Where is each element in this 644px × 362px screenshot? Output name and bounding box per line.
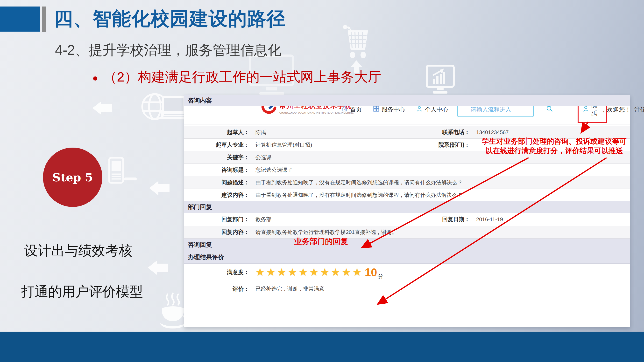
field-label: 咨询标题： xyxy=(184,164,252,176)
annotation-note-line1: 学生对业务部门处理的咨询、投诉或建议等可 xyxy=(479,137,629,146)
slide-subtitle: 4-2、提升学校治理，服务管理信息化 xyxy=(55,41,281,60)
field-label: 院系(部门)： xyxy=(408,139,473,151)
caption-line-1: 设计出与绩效考核 xyxy=(24,242,132,260)
table-row: 回复部门： 教务部 回复日期： 2016-11-19 xyxy=(184,213,630,226)
caption-line-2: 打通的用户评价模型 xyxy=(21,283,143,301)
slide-title: 四、智能化校园建设的路径 xyxy=(54,6,286,32)
webapp-screenshot-panel: 常州工程职业技术学院 CHANGZHOU VOCATIONAL INSTITUT… xyxy=(184,95,630,327)
search-icon[interactable] xyxy=(546,105,553,114)
section-consult-reply: 咨询回复 xyxy=(184,238,630,251)
field-label: 回复日期： xyxy=(408,213,473,226)
home-icon xyxy=(341,105,348,114)
grid-icon xyxy=(373,105,380,114)
table-row: 咨询标题： 忘记选公选课了 xyxy=(184,164,630,176)
user-icon xyxy=(416,105,423,114)
table-row: 满意度： ★★★★★★★★★★ 10 分 xyxy=(184,264,630,281)
slide-bullet-text: （2）构建满足行政工作的一站式网上事务大厅 xyxy=(103,68,381,86)
arrow-left-icon xyxy=(92,101,112,115)
field-value: 由于看到教务处通知晚了，没有在规定时间选修到想选的课程，请问有什么办法解决么？ xyxy=(252,176,630,188)
slide-footer: 常州工程职业技术学院 CHANGZHOU VOCATIONAL INSTITUT… xyxy=(0,332,644,362)
corner-accent-bar xyxy=(42,6,46,32)
star-rating[interactable]: ★★★★★★★★★★ xyxy=(256,267,364,277)
step-badge: Step 5 xyxy=(43,148,102,207)
table-row: 评价： 已经补选完，谢谢，非常满意 xyxy=(184,281,630,297)
nav-item-label: 首页 xyxy=(350,106,362,113)
field-label: 起草人专业： xyxy=(184,139,252,151)
bullet-dot xyxy=(93,76,97,81)
field-value: 陈禹 xyxy=(252,126,408,138)
monitor-chart-icon xyxy=(426,65,455,96)
field-label: 联系电话： xyxy=(408,126,473,138)
annotation-reply-note: 业务部门的回复 xyxy=(294,236,348,247)
field-label: 满意度： xyxy=(184,264,252,281)
corner-accent-rect xyxy=(0,6,40,32)
score-number: 10 xyxy=(365,267,377,278)
field-value: 忘记选公选课了 xyxy=(252,164,630,176)
field-label: 关键字： xyxy=(184,151,252,164)
field-label: 建议内容： xyxy=(184,189,252,201)
shopping-cart-icon xyxy=(343,25,370,73)
section-result-eval: 办理结果评价 xyxy=(184,251,630,264)
section-consult-content: 咨询内容 xyxy=(184,95,630,106)
phone-icon xyxy=(108,157,137,186)
nav-item-service-center[interactable]: 服务中心 xyxy=(373,105,405,114)
nav-item-home[interactable]: 首页 xyxy=(341,105,362,114)
field-label: 回复部门： xyxy=(184,213,252,226)
nav-item-label: 服务中心 xyxy=(382,106,405,113)
satisfaction-value: ★★★★★★★★★★ 10 分 xyxy=(252,264,630,281)
field-value: 教务部 xyxy=(252,213,408,226)
field-label: 起草人： xyxy=(184,126,252,138)
arrow-left-icon xyxy=(149,181,170,195)
field-label: 评价： xyxy=(184,281,252,297)
field-value: 由于看到教务处通知晚了，没有在规定时间选修到想选的课程，请问有什么办法解决么？ xyxy=(252,189,630,201)
field-value: 2016-11-19 xyxy=(473,213,630,226)
section-dept-reply: 部门回复 xyxy=(184,201,630,213)
step-badge-label: Step 5 xyxy=(52,171,93,184)
presentation-slide: 四、智能化校园建设的路径 4-2、提升学校治理，服务管理信息化 （2）构建满足行… xyxy=(0,0,644,362)
field-label: 回复内容： xyxy=(184,226,252,238)
logout-link[interactable]: 注销 xyxy=(634,106,644,114)
field-value: 计算机信息管理(对口招) xyxy=(252,139,408,151)
globe-laptop-icon xyxy=(141,92,187,124)
nav-item-label: 个人中心 xyxy=(425,106,448,113)
table-row: 回复内容： 请直接到教务处教学运行管理科教学楼201直接补选，谢谢。 xyxy=(184,226,630,238)
field-label: 问题描述： xyxy=(184,176,252,188)
table-row: 问题描述： 由于看到教务处通知晚了，没有在规定时间选修到想选的课程，请问有什么办… xyxy=(184,176,630,189)
field-value: 已经补选完，谢谢，非常满意 xyxy=(252,281,630,297)
arrow-left-icon xyxy=(148,260,168,275)
annotation-note: 学生对业务部门处理的咨询、投诉或建议等可 以在线进行满意度打分，评价结果可以推送 xyxy=(479,137,629,155)
table-row: 建议内容： 由于看到教务处通知晚了，没有在规定时间选修到想选的课程，请问有什么办… xyxy=(184,189,630,201)
nav-item-personal-center[interactable]: 个人中心 xyxy=(416,105,448,114)
annotation-note-line2: 以在线进行满意度打分，评价结果可以推送 xyxy=(479,146,629,155)
score-unit: 分 xyxy=(378,272,384,281)
